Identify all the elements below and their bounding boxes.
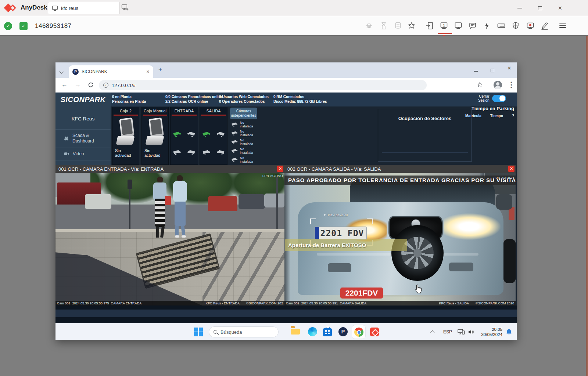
file-manager-icon[interactable]: [394, 21, 402, 30]
cctv-camera-icon: [202, 150, 211, 155]
file-explorer-icon[interactable]: [291, 327, 300, 337]
leg: [156, 227, 159, 238]
session-recording-icon[interactable]: [526, 21, 535, 30]
language-indicator[interactable]: ESP: [443, 323, 452, 340]
feed-close-button[interactable]: ✕: [508, 166, 514, 172]
anydesk-icon: [370, 328, 379, 336]
lane-panel-caja2[interactable]: Caja 2 Sin actividad: [112, 107, 139, 165]
anydesk-minimize-button[interactable]: [514, 4, 525, 12]
tab-close-icon[interactable]: ✕: [146, 69, 150, 74]
kiosk-terminal-image: [115, 118, 137, 147]
favorites-star-icon[interactable]: [407, 21, 416, 30]
browser-minimize-button[interactable]: [470, 66, 481, 73]
parked-van: [85, 194, 111, 209]
avatar-body: [495, 86, 501, 89]
sidebar-divider: [55, 160, 111, 160]
chat-icon[interactable]: [468, 21, 477, 30]
bracket-corner: [367, 218, 373, 224]
taskbar-search[interactable]: Búsqueda: [209, 326, 279, 337]
session-tab-label: kfc reus: [61, 6, 78, 11]
session-timer-icon[interactable]: [379, 21, 388, 30]
monitor-plus-icon: [121, 4, 129, 11]
mouse-cursor: [414, 284, 423, 295]
fog-light: [328, 263, 351, 272]
tab-title: SICONPARK: [82, 69, 143, 74]
anydesk-taskbar-icon[interactable]: [370, 327, 380, 337]
lane-panel-entrada[interactable]: ENTRADA: [170, 107, 198, 165]
logout-label: CerrarSesión: [478, 94, 490, 102]
lane-panel-salida[interactable]: SALIDA: [200, 107, 227, 165]
edge-browser-icon[interactable]: [308, 327, 318, 337]
permissions-shield-icon[interactable]: [511, 21, 520, 30]
browser-maximize-button[interactable]: [487, 67, 498, 74]
leg: [175, 226, 179, 236]
privacy-mode-icon[interactable]: [365, 21, 373, 30]
menu-icon[interactable]: [558, 21, 567, 30]
anydesk-session-tab[interactable]: kfc reus: [48, 2, 120, 14]
tray-date: 30/05/2024: [481, 332, 502, 337]
lane-title: SALIDA: [200, 107, 227, 115]
anydesk-brand: AnyDesk: [21, 4, 47, 11]
feed-close-button[interactable]: ✕: [277, 166, 283, 172]
back-icon[interactable]: ←: [61, 81, 68, 88]
cctv-camera-icon: [173, 150, 182, 155]
siconpark-app-icon[interactable]: P: [338, 327, 348, 337]
fog-light: [449, 263, 473, 271]
tab-search-chevron-icon[interactable]: [60, 68, 63, 75]
camera-status-label: No instalada: [240, 130, 258, 137]
url-text: 127.0.0.1/#: [112, 83, 136, 88]
site-name: KFC Reus: [55, 116, 111, 122]
search-icon: [214, 330, 217, 334]
keyboard-icon[interactable]: [497, 21, 506, 30]
site-info-icon[interactable]: i: [103, 83, 108, 88]
url-field[interactable]: i 127.0.0.1/#: [99, 80, 427, 90]
front-wheel: [391, 225, 444, 281]
new-tab-button[interactable]: +: [158, 66, 162, 73]
active-monitor-indicator: [438, 33, 452, 34]
volume-tray-icon[interactable]: [468, 323, 474, 340]
camera-status-row: [200, 131, 227, 137]
chrome-icon: [354, 328, 363, 337]
lane-panel-caja-manual[interactable]: Caja Manual Sin actividad: [141, 107, 169, 165]
clock-tray[interactable]: 20:0530/05/2024: [477, 323, 502, 340]
browser-menu-icon[interactable]: •••: [510, 81, 512, 89]
start-button[interactable]: [194, 327, 204, 337]
detect-bracket-icon: [324, 214, 326, 216]
camera-status-row: [171, 131, 198, 137]
sidebar-item-scada-dashboard[interactable]: Scada & Dashboard: [55, 129, 111, 147]
actions-lightning-icon[interactable]: [483, 21, 491, 30]
whiteboard-pen-icon[interactable]: [540, 21, 549, 30]
camera-feed-entrada: 001 OCR - CAMARA ENTRADA - Vía: ENTRADA …: [55, 165, 284, 306]
anydesk-close-button[interactable]: ✕: [555, 4, 565, 12]
binoculars-icon: [64, 136, 69, 141]
lane-title: Caja 2: [112, 107, 139, 115]
file-transfer-icon[interactable]: [425, 21, 434, 30]
monitor-1-icon[interactable]: 1: [440, 21, 448, 30]
anydesk-maximize-button[interactable]: [535, 4, 545, 12]
browser-close-button[interactable]: ✕: [504, 65, 515, 71]
col-tiempo: Tiempo: [490, 114, 503, 118]
notifications-button[interactable]: [506, 323, 512, 340]
monitor-2-icon[interactable]: [454, 21, 463, 30]
bookmark-star-icon[interactable]: [477, 82, 483, 90]
browser-tabstrip: P SICONPARK ✕ + ✕: [55, 62, 517, 78]
session-toggle[interactable]: [492, 95, 506, 102]
independent-camera-row: No instalada: [229, 155, 258, 164]
lane-status-line: [172, 115, 197, 116]
bottom-band: [55, 310, 517, 317]
feed-video-entrada: LPR ACTIVO Cam 001 2024.05.30 20:05:55.9…: [55, 173, 284, 306]
new-session-button[interactable]: [121, 4, 129, 12]
camera-status-label: No instalada: [240, 147, 258, 155]
browser-profile-avatar[interactable]: [494, 81, 502, 89]
panel-camaras-independientes[interactable]: Cámaras independientes No instalada No i…: [229, 107, 258, 165]
forward-icon[interactable]: →: [75, 81, 81, 88]
network-tray-icon[interactable]: [458, 323, 465, 340]
camera-timestamp: Cam 002 2024.05.30 20:05:55.991 CAMARA S…: [286, 301, 366, 305]
chrome-browser-icon-active[interactable]: [352, 325, 366, 339]
tray-expand-button[interactable]: [431, 323, 434, 340]
anydesk-titlebar: AnyDesk kfc reus ✕: [0, 0, 588, 16]
sidebar-item-video[interactable]: Video: [55, 148, 111, 160]
browser-tab-siconpark[interactable]: P SICONPARK ✕: [69, 65, 153, 78]
microsoft-store-icon[interactable]: [323, 327, 333, 337]
reload-icon[interactable]: [88, 82, 94, 90]
